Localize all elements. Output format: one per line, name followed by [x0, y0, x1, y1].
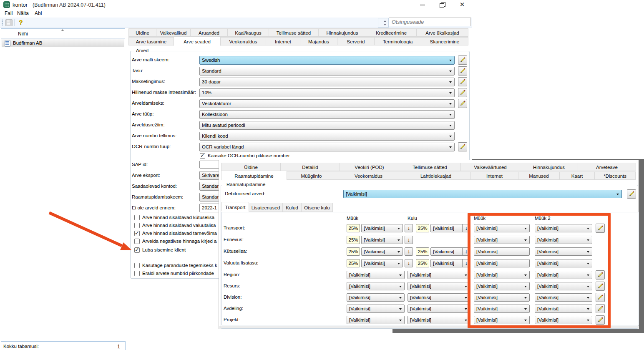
muuk-combobox[interactable]: [Vaikimisi]: [347, 316, 405, 324]
dtab-muugiinfo[interactable]: Müügiinfo: [287, 171, 336, 180]
percent-field[interactable]: 25%: [347, 224, 360, 232]
percent-field[interactable]: 25%: [347, 259, 360, 267]
arve-numbri-tellimus-combobox[interactable]: Kliendi kood: [199, 132, 455, 141]
edit-pencil-button[interactable]: [458, 77, 467, 86]
muuk-combobox[interactable]: [Vaikimisi]: [347, 305, 405, 313]
tasu-combobox[interactable]: Standard: [199, 67, 455, 76]
edit-pencil-button[interactable]: [458, 99, 467, 108]
dtab-veokiri-pod[interactable]: Veokiri (POD): [340, 163, 399, 171]
restore-button[interactable]: [436, 1, 449, 8]
kulu-combobox[interactable]: [Vaikimisi]: [408, 293, 470, 302]
checkbox-label: Arve hinnad sisaldavad valuutalisa: [142, 223, 216, 228]
column-header-muuk-1: Müük: [347, 216, 358, 221]
copy-down-button[interactable]: ↓: [405, 259, 413, 267]
dtab-uldine[interactable]: Üldine: [221, 163, 281, 171]
help-button[interactable]: ?: [17, 18, 25, 27]
dtab-veokorraldus[interactable]: Veokorraldus: [336, 171, 401, 180]
arve-malli-skeem-combobox[interactable]: Swedish: [199, 56, 455, 65]
dtab-vaikevaartused[interactable]: Vaikeväärtused: [460, 163, 520, 171]
tab-skaneerimine[interactable]: Skaneerimine: [421, 37, 468, 45]
copy-down-button[interactable]: ↓: [405, 236, 413, 244]
dtab-arveteave[interactable]: Arveteave: [578, 163, 636, 171]
ocr-length-checkbox[interactable]: [200, 153, 205, 159]
kasutage-paranduste-checkbox[interactable]: [134, 263, 140, 268]
percent-field[interactable]: 25%: [416, 247, 429, 256]
dtab-kaart[interactable]: Kaart: [559, 171, 595, 180]
percent-field[interactable]: 25%: [416, 224, 429, 232]
copy-down-button[interactable]: ↓: [405, 247, 413, 256]
tab-vaikevalikud[interactable]: Vaikevalikud: [156, 28, 191, 37]
edit-pencil-button[interactable]: [627, 189, 636, 199]
dtab-manused[interactable]: Manused: [518, 171, 560, 180]
toolbar-grip-icon[interactable]: [2, 19, 3, 26]
muuk-combobox[interactable]: [Vaikimisi]: [347, 282, 405, 290]
copy-down-button[interactable]: ↓: [405, 224, 413, 232]
dtab-raamatupidamine[interactable]: Raamatupidamine: [221, 171, 287, 180]
minimize-button[interactable]: [416, 1, 429, 8]
search-spinner[interactable]: [378, 18, 389, 28]
muuk-combobox[interactable]: [Vaikimisi]: [361, 236, 403, 244]
subtab-otsene-kulu[interactable]: Otsene kulu: [301, 203, 333, 212]
debitoorsed-arved-combobox[interactable]: [Vaikimisi]: [343, 190, 622, 198]
kulu-combobox[interactable]: [Vaikimisi]: [408, 305, 470, 313]
dtab-tellimuse-satted[interactable]: Tellimuse sätted: [399, 163, 461, 171]
search-input[interactable]: [389, 18, 471, 26]
percent-field[interactable]: 25%: [416, 259, 429, 267]
percent-field[interactable]: 25%: [347, 236, 360, 244]
tab-tellimuse-satted[interactable]: Tellimuse sätted: [269, 28, 319, 37]
maksetingimus-combobox[interactable]: 30 dagar: [199, 78, 455, 86]
arveldamiseks-combobox[interactable]: Veckofakturor: [199, 99, 455, 108]
percent-field[interactable]: 25%: [347, 247, 360, 256]
muuk-combobox[interactable]: [Vaikimisi]: [347, 293, 405, 302]
dialog-frame-right[interactable]: [639, 159, 644, 333]
tab-krediteerimine[interactable]: Krediteerimine: [366, 28, 417, 37]
edit-pencil-button[interactable]: [458, 55, 467, 65]
edit-pencil-button[interactable]: [458, 66, 467, 76]
ocr-numbri-tuup-combobox[interactable]: OCR variabel längd: [199, 143, 455, 151]
menu-abi[interactable]: Abi: [33, 10, 44, 17]
tab-internet[interactable]: Internet: [266, 37, 300, 45]
dtab-detailid[interactable]: Detailid: [280, 163, 340, 171]
arve-tuup-combobox[interactable]: Kollektsioon: [199, 110, 455, 119]
muuk-combobox[interactable]: [Vaikimisi]: [347, 271, 405, 279]
muuk-combobox[interactable]: [Vaikimisi]: [361, 259, 403, 267]
subtab-transport[interactable]: Transport: [221, 202, 249, 212]
tab-veokorraldus[interactable]: Veokorraldus: [220, 37, 266, 45]
row-label: Avdeling:: [224, 306, 243, 311]
tab-majandus[interactable]: Majandus: [300, 37, 337, 45]
muuk-combobox[interactable]: [Vaikimisi]: [361, 224, 403, 232]
dtab-lahtiolekuajad[interactable]: Lahtiolekuajad: [401, 171, 471, 180]
edit-pencil-button[interactable]: [458, 142, 467, 151]
field-label: Arve malli skeem:: [132, 57, 170, 62]
tab-arve-tasumine[interactable]: Arve tasumine: [128, 37, 174, 45]
kulu-combobox[interactable]: [Vaikimisi]: [408, 282, 470, 290]
tab-arve-seaded[interactable]: Arve seaded: [174, 36, 221, 46]
edit-pencil-button[interactable]: [458, 88, 467, 97]
tab-kaal-kaugus[interactable]: Kaal/kaugus: [227, 28, 269, 37]
subtab-lisateenused[interactable]: Lisateenused: [249, 203, 283, 212]
eraldi-numbrid-checkbox[interactable]: [134, 271, 140, 276]
close-button[interactable]: ✕: [456, 1, 468, 8]
kulu-combobox[interactable]: [Vaikimisi]: [408, 271, 470, 279]
tab-uldine[interactable]: Üldine: [128, 28, 156, 37]
menu-naita[interactable]: Näita: [15, 10, 31, 17]
subtab-kulud[interactable]: Kulud: [282, 203, 302, 212]
arveldusreziim-combobox[interactable]: Mitu avatud perioodi: [199, 121, 455, 130]
list-item-company[interactable]: Budfirman AB: [2, 39, 124, 47]
intressimaar-combobox[interactable]: 10%: [199, 88, 455, 97]
dtab-hinnakujundus[interactable]: Hinnakujundus: [520, 163, 578, 171]
tab-hinnakujundus[interactable]: Hinnakujundus: [318, 28, 366, 37]
debitoorsed-label: Debitoorsed arved:: [225, 191, 265, 196]
dtab-internet[interactable]: Internet: [470, 171, 518, 180]
kulu-combobox[interactable]: [Vaikimisi]: [408, 316, 470, 324]
muuk-combobox[interactable]: [Vaikimisi]: [361, 247, 403, 256]
sidebar-column-header[interactable]: Nimi: [1, 29, 125, 39]
menu-fail[interactable]: Fail: [3, 10, 15, 17]
dtab-discounts[interactable]: *Discounts: [594, 171, 636, 180]
save-icon[interactable]: [5, 19, 13, 26]
tab-aruanded[interactable]: Aruanded: [190, 28, 228, 37]
tab-terminoloogia[interactable]: Terminoloogia: [374, 37, 421, 45]
dialog-frame-bottom[interactable]: [392, 329, 644, 333]
tab-arve-uksikasjad[interactable]: Arve üksikasjad: [416, 28, 468, 37]
tab-serverid[interactable]: Serverid: [337, 37, 375, 45]
